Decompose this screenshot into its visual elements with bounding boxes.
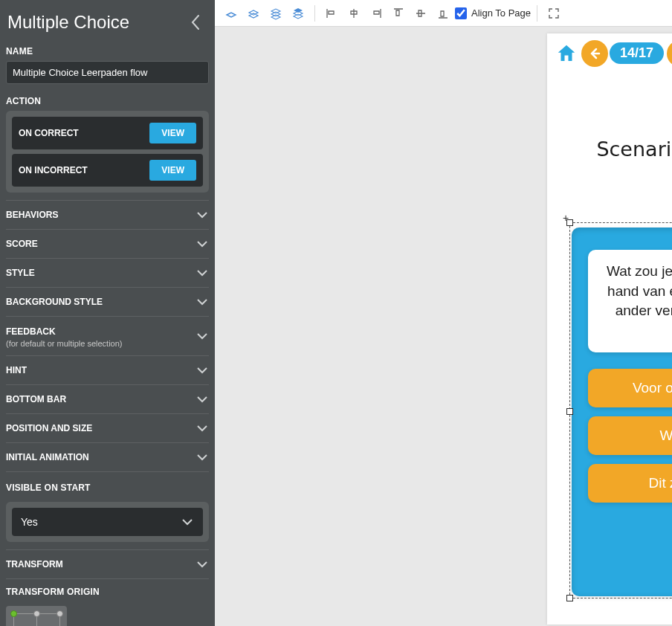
- action-section-label: ACTION: [6, 94, 209, 111]
- panel-title: Multiple Choice: [7, 12, 129, 33]
- accordion-label: INITIAL ANIMATION: [6, 452, 89, 462]
- align-to-page-input[interactable]: [455, 7, 467, 19]
- chevron-down-icon: [196, 364, 209, 377]
- arrow-left-icon: [587, 46, 602, 61]
- accordion-hint[interactable]: HINT: [6, 356, 209, 385]
- page-nav-header: 14/17 LESLINQ: [553, 39, 672, 67]
- accordion-label: TRANSFORM: [6, 559, 63, 569]
- fullscreen-button[interactable]: [543, 3, 564, 24]
- chevron-down-icon: [196, 329, 209, 343]
- align-right-button[interactable]: [366, 3, 387, 24]
- selection-handle[interactable]: [566, 219, 573, 226]
- align-to-page-label: Align To Page: [471, 7, 531, 19]
- fullscreen-icon: [548, 7, 560, 19]
- action-row-correct: ON CORRECT VIEW: [12, 117, 203, 149]
- origin-point-tl-active[interactable]: [10, 610, 17, 617]
- layer-bring-front-button[interactable]: [288, 3, 308, 24]
- accordion-label: FEEDBACK: [6, 326, 56, 337]
- nav-prev-button[interactable]: [581, 40, 608, 67]
- chevron-down-icon: [196, 422, 209, 435]
- properties-sidebar: Multiple Choice NAME ACTION ON CORRECT V…: [0, 0, 215, 626]
- align-to-page-checkbox[interactable]: Align To Page: [455, 7, 531, 19]
- align-left-icon: [326, 7, 337, 19]
- chevron-down-icon: [196, 393, 209, 406]
- visible-on-start-select[interactable]: Yes: [12, 508, 203, 536]
- align-top-icon: [392, 7, 404, 19]
- view-button-correct[interactable]: VIEW: [149, 123, 196, 143]
- layer-send-back-icon: [224, 7, 238, 20]
- layer-send-backward-button[interactable]: [243, 3, 264, 24]
- layer-bring-front-icon: [291, 7, 305, 20]
- accordion-label: POSITION AND SIZE: [6, 423, 92, 433]
- action-label: ON CORRECT: [19, 128, 79, 138]
- accordion-style[interactable]: STYLE: [6, 259, 209, 288]
- name-input[interactable]: [6, 61, 209, 84]
- chevron-down-icon: [196, 295, 209, 309]
- canvas-toolbar: Align To Page: [215, 0, 672, 27]
- mc-question-text: Wat zou je ervan vinden als je aan de ha…: [588, 250, 672, 352]
- chevron-down-icon: [196, 208, 209, 222]
- action-row-incorrect: ON INCORRECT VIEW: [12, 154, 203, 187]
- chevron-down-icon: [196, 451, 209, 464]
- layer-send-back-button[interactable]: [221, 3, 242, 24]
- chevron-down-icon: [196, 237, 209, 251]
- multiple-choice-element[interactable]: Wat zou je ervan vinden als je aan de ha…: [572, 228, 672, 596]
- align-center-h-icon: [348, 7, 360, 19]
- transform-origin-picker[interactable]: [6, 606, 67, 626]
- chevron-left-icon: [190, 14, 201, 30]
- mc-option-3[interactable]: Dit zou ik niet gebruiken: [588, 464, 672, 503]
- accordion-background-style[interactable]: BACKGROUND STYLE: [6, 288, 209, 317]
- accordion-feedback[interactable]: FEEDBACK (for default or multiple select…: [6, 317, 209, 356]
- selection-handle[interactable]: [566, 595, 573, 601]
- accordion-label: BEHAVIORS: [6, 210, 58, 220]
- nav-home-button[interactable]: [553, 40, 580, 67]
- accordion-behaviors[interactable]: BEHAVIORS: [6, 200, 209, 230]
- page-title: Scenario based learning: [547, 138, 672, 161]
- nav-next-button[interactable]: [667, 40, 672, 67]
- chevron-down-icon: [196, 558, 209, 571]
- layer-bring-forward-icon: [269, 7, 282, 20]
- align-left-button[interactable]: [321, 3, 342, 24]
- accordion-position-size[interactable]: POSITION AND SIZE: [6, 414, 209, 443]
- align-top-button[interactable]: [388, 3, 409, 24]
- origin-point[interactable]: [33, 610, 40, 617]
- page-counter: 14/17: [610, 42, 664, 64]
- visible-on-start-select-wrap: Yes: [6, 502, 209, 542]
- mc-option-2[interactable]: Weet ik eigenlijk niet: [588, 416, 672, 455]
- view-button-incorrect[interactable]: VIEW: [149, 160, 196, 181]
- align-center-h-button[interactable]: [343, 3, 364, 24]
- accordion-score[interactable]: SCORE: [6, 230, 209, 259]
- align-bottom-icon: [437, 7, 449, 19]
- accordion-initial-animation[interactable]: INITIAL ANIMATION: [6, 443, 209, 472]
- accordion-sublabel: (for default or multiple selection): [6, 339, 123, 348]
- action-label: ON INCORRECT: [19, 165, 88, 175]
- canvas-area: Align To Page 14/17 LESLINQ: [215, 0, 672, 626]
- visible-on-start-label: VISIBLE ON START: [6, 481, 209, 497]
- origin-point[interactable]: [56, 610, 63, 617]
- transform-origin-label: TRANSFORM ORIGIN: [6, 579, 209, 601]
- action-card: ON CORRECT VIEW ON INCORRECT VIEW: [6, 111, 209, 193]
- toolbar-separator: [314, 5, 315, 22]
- collapse-panel-button[interactable]: [185, 12, 206, 33]
- mc-option-1[interactable]: Voor onze organisatie handig: [588, 369, 672, 407]
- accordion-label-wrap: FEEDBACK (for default or multiple select…: [6, 324, 123, 348]
- layer-bring-forward-button[interactable]: [265, 3, 286, 24]
- accordion-bottom-bar[interactable]: BOTTOM BAR: [6, 385, 209, 414]
- panel-header: Multiple Choice: [6, 7, 209, 45]
- select-value: Yes: [21, 516, 38, 528]
- page-preview[interactable]: 14/17 LESLINQ Scenario based learning Wa…: [547, 33, 672, 625]
- layer-send-backward-icon: [247, 7, 260, 20]
- toolbar-separator: [537, 5, 537, 22]
- align-bottom-button[interactable]: [433, 3, 453, 24]
- chevron-down-icon: [196, 266, 209, 280]
- accordion-label: HINT: [6, 365, 27, 375]
- align-center-v-button[interactable]: [410, 3, 431, 24]
- name-section-label: NAME: [6, 45, 209, 61]
- selection-plus-icon: +: [561, 214, 570, 223]
- accordion-label: BACKGROUND STYLE: [6, 297, 103, 307]
- chevron-down-icon: [181, 515, 194, 529]
- align-center-v-icon: [415, 7, 427, 19]
- accordion-transform[interactable]: TRANSFORM: [6, 549, 209, 579]
- accordion-label: STYLE: [6, 268, 35, 278]
- accordion-label: SCORE: [6, 239, 38, 249]
